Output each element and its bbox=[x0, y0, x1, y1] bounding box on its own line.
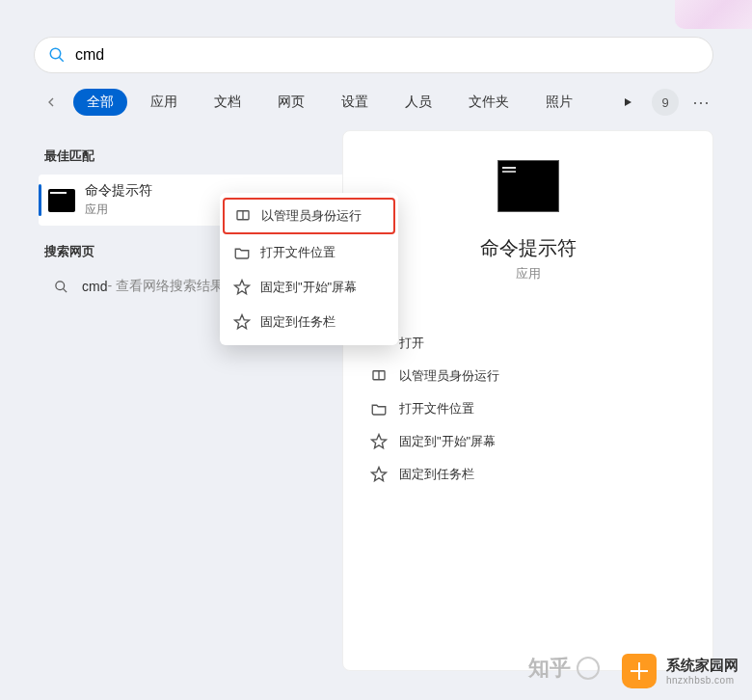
search-panel: 全部 应用 文档 网页 设置 人员 文件夹 照片 9 ⋯ 最佳匹配 命令提示符 … bbox=[10, 10, 742, 690]
action-label: 固定到"开始"屏幕 bbox=[399, 433, 496, 450]
folder-icon bbox=[233, 244, 251, 261]
filter-photos[interactable]: 照片 bbox=[532, 89, 586, 116]
zhihu-text: 知乎 bbox=[528, 654, 571, 683]
shield-icon bbox=[370, 367, 388, 385]
action-open[interactable]: 打开 bbox=[368, 327, 687, 360]
svg-line-4 bbox=[63, 288, 67, 292]
ctx-run-as-admin[interactable]: 以管理员身份运行 bbox=[223, 198, 395, 234]
preview-subtitle: 应用 bbox=[516, 265, 541, 283]
pin-icon bbox=[370, 466, 388, 483]
filter-people[interactable]: 人员 bbox=[391, 89, 445, 116]
ctx-label: 固定到"开始"屏幕 bbox=[260, 279, 357, 296]
preview-title: 命令提示符 bbox=[480, 235, 577, 261]
svg-line-1 bbox=[59, 57, 64, 62]
ctx-pin-to-taskbar[interactable]: 固定到任务栏 bbox=[220, 305, 398, 339]
filter-settings[interactable]: 设置 bbox=[328, 89, 382, 116]
filter-all[interactable]: 全部 bbox=[73, 89, 127, 116]
zhihu-watermark: 知乎 bbox=[528, 654, 600, 683]
svg-point-3 bbox=[56, 281, 65, 289]
brand-logo-icon bbox=[622, 654, 657, 688]
filter-docs[interactable]: 文档 bbox=[201, 89, 255, 116]
pin-icon bbox=[233, 279, 251, 296]
svg-marker-2 bbox=[625, 98, 631, 106]
ctx-label: 以管理员身份运行 bbox=[261, 207, 362, 225]
action-open-file-location[interactable]: 打开文件位置 bbox=[368, 392, 687, 425]
ctx-label: 固定到任务栏 bbox=[260, 313, 336, 331]
ctx-pin-to-start[interactable]: 固定到"开始"屏幕 bbox=[220, 270, 398, 305]
action-label: 打开 bbox=[399, 335, 424, 352]
action-pin-to-start[interactable]: 固定到"开始"屏幕 bbox=[368, 425, 687, 458]
back-button[interactable] bbox=[39, 90, 64, 115]
preview-cmd-icon bbox=[497, 160, 559, 212]
filter-apps[interactable]: 应用 bbox=[137, 89, 191, 116]
action-run-as-admin[interactable]: 以管理员身份运行 bbox=[368, 360, 687, 392]
more-button[interactable]: ⋯ bbox=[688, 92, 713, 113]
context-menu: 以管理员身份运行 打开文件位置 固定到"开始"屏幕 固定到任务栏 bbox=[220, 193, 398, 345]
cmd-icon bbox=[48, 189, 75, 212]
best-match-subtitle: 应用 bbox=[85, 202, 152, 218]
best-match-title: 命令提示符 bbox=[85, 182, 152, 200]
web-suffix: - 查看网络搜索结果 bbox=[107, 278, 224, 295]
zhihu-logo-icon bbox=[577, 657, 600, 680]
action-label: 打开文件位置 bbox=[399, 400, 474, 417]
action-label: 以管理员身份运行 bbox=[399, 367, 499, 385]
filter-row: 全部 应用 文档 网页 设置 人员 文件夹 照片 9 ⋯ bbox=[39, 87, 713, 118]
web-term: cmd bbox=[82, 279, 107, 294]
best-match-header: 最佳匹配 bbox=[44, 148, 347, 165]
search-bar[interactable] bbox=[34, 37, 713, 73]
ctx-open-file-location[interactable]: 打开文件位置 bbox=[220, 235, 398, 270]
brand-watermark: 系统家园网 hnzxhbsb.com bbox=[622, 654, 739, 688]
pin-icon bbox=[370, 433, 388, 450]
action-pin-to-taskbar[interactable]: 固定到任务栏 bbox=[368, 458, 687, 491]
search-input[interactable] bbox=[75, 46, 699, 64]
filter-folders[interactable]: 文件夹 bbox=[455, 89, 523, 116]
svg-point-0 bbox=[50, 48, 61, 59]
count-badge[interactable]: 9 bbox=[652, 89, 679, 116]
brand-url: hnzxhbsb.com bbox=[666, 675, 739, 686]
pin-icon bbox=[233, 313, 251, 331]
folder-icon bbox=[370, 400, 388, 417]
search-icon bbox=[48, 46, 66, 64]
ctx-label: 打开文件位置 bbox=[260, 244, 336, 261]
action-label: 固定到任务栏 bbox=[399, 466, 474, 483]
filter-web[interactable]: 网页 bbox=[264, 89, 318, 116]
preview-actions: 打开 以管理员身份运行 打开文件位置 固定到"开始"屏幕 固定到任务栏 bbox=[343, 327, 712, 491]
search-icon bbox=[54, 280, 68, 294]
shield-icon bbox=[234, 207, 252, 225]
play-button[interactable] bbox=[613, 88, 642, 117]
brand-name: 系统家园网 bbox=[666, 657, 739, 675]
